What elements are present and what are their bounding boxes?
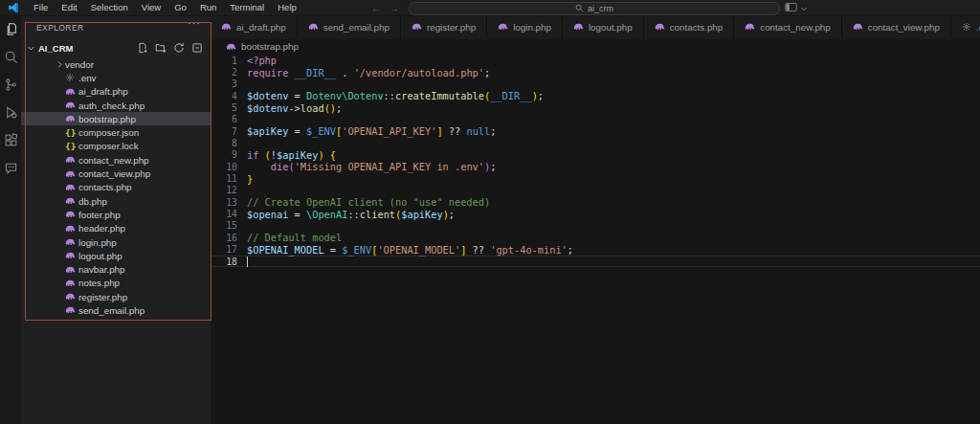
menu-item[interactable]: Selection [84,0,135,15]
root-folder-row[interactable]: AI_CRM [21,40,211,56]
menu-item[interactable]: Run [193,0,223,15]
line-number: 10 [211,162,247,172]
code-line[interactable]: 17 $OPENAI_MODEL = $_ENV['OPENAI_MODEL']… [211,244,980,256]
line-number: 4 [211,91,247,101]
files-icon[interactable] [3,21,18,36]
new-file-icon[interactable] [136,42,148,55]
file-item-vendor[interactable]: vendor [21,57,211,71]
more-actions-icon[interactable]: ··· [188,17,201,29]
nav-back-icon[interactable]: ← [371,3,381,13]
run-debug-icon[interactable] [3,104,18,120]
php-file-icon [65,210,78,219]
file-item-register-php[interactable]: register.php [21,290,211,303]
line-content: // Default model [247,232,342,243]
extensions-icon[interactable] [3,132,18,147]
code-line[interactable]: 3 [211,78,980,90]
code-line[interactable]: 1 <?php [211,55,980,66]
code-line[interactable]: 8 [211,137,980,148]
menu-item[interactable]: Edit [55,0,83,15]
source-control-icon[interactable] [3,77,18,92]
php-file-icon [65,251,78,260]
tab-label: contact_view.php [868,22,940,33]
code-line[interactable]: 7 $apiKey = $_ENV['OPENAI_API_KEY'] ?? n… [211,125,980,137]
code-line[interactable]: 13 // Create OpenAI client (no "use" nee… [211,196,980,208]
search-query-text: ai_crm [588,4,613,13]
code-editor[interactable]: 1 <?php 2 require __DIR__ . '/vendor/aut… [211,55,980,267]
line-number: 8 [211,138,247,148]
menu-item[interactable]: Terminal [223,0,271,15]
line-number: 16 [211,233,247,243]
file-name: contact_new.php [78,155,149,166]
tab-login-php[interactable]: login.php [487,15,563,38]
command-center-search[interactable]: ai_crm [409,2,780,15]
line-number: 3 [211,78,247,89]
php-file-icon [412,18,422,35]
line-number: 5 [211,102,247,113]
breadcrumb[interactable]: bootstrap.php [211,38,980,55]
code-line[interactable]: 10 die('Missing OPENAI_API_KEY in .env')… [211,161,980,172]
line-content: // Create OpenAI client (no "use" needed… [247,196,490,208]
file-item-composer-lock[interactable]: {} composer.lock [21,140,211,153]
vscode-logo-icon [8,2,19,13]
code-line[interactable]: 5 $dotenv->load(); [211,101,980,113]
tab-register-php[interactable]: register.php [401,15,487,38]
tab-contacts-php[interactable]: contacts.php [644,15,735,38]
code-line[interactable]: 18 [211,256,980,267]
file-item-ai-draft-php[interactable]: ai_draft.php [21,85,211,99]
code-line[interactable]: 6 [211,114,980,125]
collapse-all-icon[interactable] [190,42,203,55]
file-item--env[interactable]: .env [21,71,211,84]
code-line[interactable]: 15 [211,220,980,232]
code-line[interactable]: 12 [211,185,980,196]
file-name: footer.php [78,210,121,220]
menu-item[interactable]: File [27,0,55,15]
file-item-auth-check-php[interactable]: auth_check.php [21,99,211,112]
code-line[interactable]: 9 if (!$apiKey) { [211,149,980,161]
file-item-logout-php[interactable]: logout.php [21,249,211,262]
tab-label: contacts.php [670,22,724,33]
line-number: 1 [211,56,247,66]
file-item-composer-json[interactable]: {} composer.json [21,125,211,139]
code-line[interactable]: 14 $openai = \OpenAI::client($apiKey); [211,208,980,219]
code-line[interactable]: 4 $dotenv = Dotenv\Dotenv::createImmutab… [211,90,980,101]
file-item-contact-new-php[interactable]: contact_new.php [21,153,211,167]
tab-contact-new-php[interactable]: contact_new.php [734,15,842,38]
file-item-footer-php[interactable]: footer.php [21,208,211,221]
file-item-notes-php[interactable]: notes.php [21,277,211,290]
file-item-navbar-php[interactable]: navbar.php [21,262,211,276]
layout-panel-icon[interactable] [785,0,797,16]
line-content: if (!$apiKey) { [247,149,336,161]
tab-label: contact_new.php [760,22,831,33]
file-item-send-email-php[interactable]: send_email.php [21,303,211,317]
tab-contact-view-php[interactable]: contact_view.php [842,15,951,38]
file-item-login-php[interactable]: login.php [21,235,211,249]
menu-item[interactable]: View [135,0,167,15]
tab--env[interactable]: .env [951,15,980,38]
chevron-down-icon[interactable] [800,0,808,16]
tab-label: logout.php [589,22,633,33]
chat-icon[interactable] [3,160,18,175]
php-file-icon [226,38,236,56]
menu-item[interactable]: Go [167,0,193,15]
file-item-db-php[interactable]: db.php [21,194,211,208]
line-content: $dotenv->load(); [247,102,342,114]
tab-ai-draft-php[interactable]: ai_draft.php [211,15,298,38]
menu-item[interactable]: Help [271,0,303,15]
file-item-header-php[interactable]: header.php [21,222,211,235]
code-line[interactable]: 16 // Default model [211,232,980,243]
new-folder-icon[interactable] [154,42,167,55]
file-item-contact-view-php[interactable]: contact_view.php [21,167,211,180]
php-file-icon [65,183,78,192]
nav-forward-icon[interactable]: → [390,3,399,13]
code-line[interactable]: 11 } [211,172,980,184]
line-content: $OPENAI_MODEL = $_ENV['OPENAI_MODEL'] ??… [247,244,573,256]
file-item-bootstrap-php[interactable]: bootstrap.php [21,112,211,125]
line-number: 15 [211,220,247,231]
refresh-icon[interactable] [172,42,185,55]
search-icon[interactable] [3,49,18,64]
code-line[interactable]: 2 require __DIR__ . '/vendor/autoload.ph… [211,66,980,78]
tab-logout-php[interactable]: logout.php [563,15,644,38]
activity-bar [0,15,21,424]
file-item-contacts-php[interactable]: contacts.php [21,181,211,194]
tab-send-email-php[interactable]: send_email.php [298,15,401,38]
